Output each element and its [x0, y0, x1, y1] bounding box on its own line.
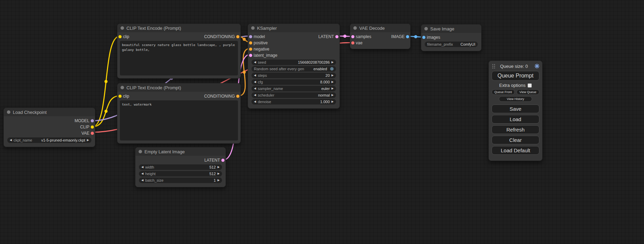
- widget-steps[interactable]: ◀ steps 20 ▶: [252, 73, 336, 78]
- right-arrow-icon[interactable]: ▶: [332, 60, 334, 65]
- collapse-dot-icon[interactable]: [7, 110, 10, 114]
- output-dot-conditioning[interactable]: [236, 95, 239, 98]
- input-dot-positive[interactable]: [249, 42, 252, 45]
- collapse-dot-icon[interactable]: [121, 86, 124, 89]
- right-arrow-icon[interactable]: ▶: [218, 164, 220, 170]
- node-titlebar[interactable]: CLIP Text Encode (Prompt): [117, 24, 240, 32]
- left-arrow-icon[interactable]: ◀: [141, 178, 143, 183]
- positive-prompt-textarea[interactable]: beautiful scenery nature glass bottle la…: [120, 41, 238, 75]
- output-label-clip: CLIP: [80, 125, 89, 129]
- view-history-button[interactable]: View History: [499, 96, 532, 102]
- input-label-negative: negative: [254, 47, 269, 52]
- input-label-clip: clip: [123, 94, 129, 99]
- left-arrow-icon[interactable]: ◀: [254, 92, 256, 98]
- collapse-dot-icon[interactable]: [353, 26, 357, 30]
- output-label-conditioning: CONDITIONING: [204, 94, 235, 99]
- left-arrow-icon[interactable]: ◀: [141, 164, 143, 170]
- output-dot-model[interactable]: [91, 119, 94, 123]
- left-arrow-icon[interactable]: ◀: [254, 73, 256, 78]
- input-dot-images[interactable]: [422, 36, 425, 39]
- graph-canvas[interactable]: { "nodes": { "load_checkpoint": { "title…: [0, 0, 644, 244]
- node-clip-text-encode-positive[interactable]: CLIP Text Encode (Prompt) clip CONDITION…: [117, 24, 241, 79]
- node-titlebar[interactable]: Load Checkpoint: [4, 108, 95, 116]
- widget-cfg[interactable]: ◀ cfg 8.000 ▶: [252, 79, 336, 85]
- node-load-checkpoint[interactable]: Load Checkpoint MODEL CLIP VAE ◀ ckpt_na…: [3, 108, 95, 147]
- input-dot-clip[interactable]: [118, 35, 122, 38]
- node-title: KSampler: [257, 26, 277, 31]
- output-label-latent: LATENT: [318, 34, 334, 39]
- queue-size-label: Queue size: 0: [493, 64, 535, 69]
- input-label-vae: vae: [356, 40, 362, 45]
- right-arrow-icon[interactable]: ▶: [332, 92, 334, 98]
- node-titlebar[interactable]: Empty Latent Image: [135, 147, 226, 156]
- clear-button[interactable]: Clear: [492, 136, 539, 144]
- widget-width[interactable]: ◀ width 512 ▶: [139, 164, 222, 170]
- widget-label: cfg: [258, 80, 263, 84]
- right-arrow-icon[interactable]: ▶: [332, 99, 334, 105]
- input-label-positive: positive: [254, 40, 268, 45]
- node-titlebar[interactable]: VAE Decode: [350, 24, 410, 32]
- node-vae-decode[interactable]: VAE Decode samples IMAGE vae: [350, 24, 411, 49]
- output-dot-latent[interactable]: [221, 159, 224, 162]
- node-clip-text-encode-negative[interactable]: CLIP Text Encode (Prompt) clip CONDITION…: [117, 83, 241, 144]
- save-button[interactable]: Save: [492, 105, 539, 113]
- negative-prompt-textarea[interactable]: text, watermark: [120, 100, 238, 141]
- left-arrow-icon[interactable]: ◀: [254, 86, 256, 91]
- collapse-dot-icon[interactable]: [251, 26, 255, 30]
- node-save-image[interactable]: Save Image images filename_prefix ComfyU…: [421, 24, 482, 51]
- node-ksampler[interactable]: KSampler model LATENT positive negative …: [248, 24, 340, 109]
- widget-ckpt-name[interactable]: ◀ ckpt_name v1-5-pruned-emaonly.ckpt ▶: [7, 137, 91, 143]
- node-titlebar[interactable]: CLIP Text Encode (Prompt): [117, 83, 240, 92]
- node-titlebar[interactable]: KSampler: [248, 24, 339, 32]
- right-arrow-icon[interactable]: ▶: [218, 178, 220, 183]
- load-button[interactable]: Load: [492, 115, 539, 124]
- right-arrow-icon[interactable]: ▶: [332, 79, 334, 85]
- input-dot-negative[interactable]: [249, 48, 252, 51]
- input-label-latent-image: latent_image: [254, 53, 277, 58]
- queue-prompt-button[interactable]: Queue Prompt: [492, 71, 539, 81]
- right-arrow-icon[interactable]: ▶: [87, 137, 89, 143]
- toggle-dot-icon[interactable]: [330, 67, 334, 71]
- widget-batch-size[interactable]: ◀ batch_size 1 ▶: [139, 178, 222, 183]
- node-titlebar[interactable]: Save Image: [421, 25, 481, 33]
- node-empty-latent-image[interactable]: Empty Latent Image LATENT ◀ width 512 ▶ …: [135, 147, 226, 187]
- widget-sampler-name[interactable]: ◀ sampler_name euler ▶: [252, 86, 336, 91]
- left-arrow-icon[interactable]: ◀: [254, 99, 256, 105]
- input-dot-vae[interactable]: [351, 42, 354, 45]
- output-dot-image[interactable]: [406, 35, 409, 38]
- output-dot-vae[interactable]: [91, 132, 94, 135]
- right-arrow-icon[interactable]: ▶: [332, 73, 334, 78]
- input-dot-samples[interactable]: [351, 35, 354, 38]
- extra-options-checkbox[interactable]: [528, 83, 532, 88]
- left-arrow-icon[interactable]: ◀: [254, 79, 256, 85]
- widget-seed[interactable]: ◀ seed 156680208700286 ▶: [252, 60, 336, 65]
- extra-options-label: Extra options: [499, 83, 526, 88]
- left-arrow-icon[interactable]: ◀: [254, 60, 256, 65]
- input-dot-latent-image[interactable]: [249, 54, 252, 57]
- queue-front-button[interactable]: Queue Front: [492, 89, 515, 95]
- right-arrow-icon[interactable]: ▶: [332, 86, 334, 91]
- output-dot-clip[interactable]: [91, 126, 94, 129]
- output-dot-latent[interactable]: [335, 35, 338, 38]
- collapse-dot-icon[interactable]: [424, 27, 428, 30]
- load-default-button[interactable]: Load Default: [492, 146, 539, 155]
- collapse-dot-icon[interactable]: [121, 26, 124, 30]
- input-dot-model[interactable]: [249, 35, 252, 38]
- right-arrow-icon[interactable]: ▶: [218, 171, 220, 177]
- widget-denoise[interactable]: ◀ denoise 1.000 ▶: [252, 99, 336, 105]
- refresh-button[interactable]: Refresh: [492, 125, 539, 134]
- input-dot-clip[interactable]: [118, 95, 122, 98]
- left-arrow-icon[interactable]: ◀: [141, 171, 143, 177]
- widget-filename-prefix[interactable]: filename_prefix ComfyUI: [425, 42, 478, 47]
- output-dot-conditioning[interactable]: [236, 35, 239, 38]
- view-queue-button[interactable]: View Queue: [517, 89, 540, 95]
- settings-gear-icon[interactable]: [535, 64, 539, 69]
- widget-height[interactable]: ◀ height 512 ▶: [139, 171, 222, 177]
- left-arrow-icon[interactable]: ◀: [10, 137, 12, 143]
- collapse-dot-icon[interactable]: [139, 150, 142, 153]
- widget-value: 156680208700286: [298, 60, 330, 64]
- widget-random-seed-toggle[interactable]: Random seed after every gen enabled: [252, 66, 336, 72]
- widget-scheduler[interactable]: ◀ scheduler normal ▶: [252, 92, 336, 98]
- widget-value: 8.000: [320, 80, 330, 84]
- node-title: CLIP Text Encode (Prompt): [126, 26, 181, 31]
